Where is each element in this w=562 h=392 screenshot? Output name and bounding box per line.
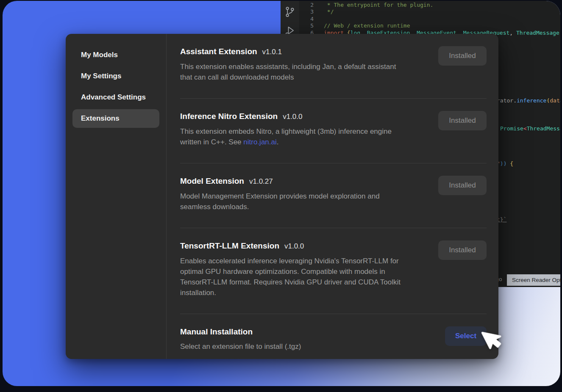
select-button[interactable]: Select — [445, 326, 487, 346]
code-token: ThreadMessage — [527, 125, 560, 132]
code-fragment: ")) { — [497, 160, 513, 167]
code-token: data — [550, 97, 560, 104]
extension-row: Assistant Extensionv1.0.1This extension … — [180, 34, 487, 99]
nitro-link[interactable]: nitro.jan.ai — [243, 138, 276, 146]
extension-title-row: Model Extensionv1.0.27 — [180, 176, 380, 187]
code-token: , — [509, 30, 516, 36]
code-token: { — [506, 160, 513, 167]
description-text: optimal GPU hardware optimizations. Comp… — [180, 268, 385, 276]
extension-version: v1.0.1 — [262, 47, 282, 58]
description-text: Enables accelerated inference leveraging… — [180, 257, 399, 265]
code-text: */ — [324, 8, 334, 15]
extension-version: v1.0.0 — [284, 241, 304, 252]
description-text: written in C++. See — [180, 138, 243, 146]
code-token: inference — [517, 97, 546, 104]
installed-button[interactable]: Installed — [438, 240, 487, 260]
extension-description: This extension enables assistants, inclu… — [180, 61, 396, 83]
code-text: * The entrypoint for the plugin. — [324, 2, 433, 8]
extension-title: Model Extension — [180, 176, 244, 187]
line-number: 4 — [299, 16, 314, 22]
description-text: . — [277, 138, 279, 146]
code-line: 5// Web / extension runtime — [299, 22, 560, 29]
code-token: )) — [500, 160, 507, 167]
extension-description: This extension embeds Nitro, a lightweig… — [180, 126, 392, 147]
extension-version: v1.0.27 — [249, 176, 273, 187]
code-token: Promise — [500, 125, 523, 132]
screen-reader-optimized-tab[interactable]: Screen Reader Optimized — [507, 274, 560, 286]
code-line: 2 * The entrypoint for the plugin. — [299, 2, 560, 8]
extension-info: TensortRT-LLM Extensionv1.0.0Enables acc… — [180, 240, 401, 298]
extension-description: Enables accelerated inference leveraging… — [180, 256, 401, 298]
description-text: that can call all downloaded models — [180, 73, 294, 81]
installed-button[interactable]: Installed — [438, 46, 487, 66]
extension-version: v1.0.0 — [283, 111, 302, 122]
code-token: ThreadMessage — [516, 30, 559, 36]
screenshot-stage: 2 * The entrypoint for the plugin.3 */45… — [0, 0, 562, 392]
extension-info: Inference Nitro Extensionv1.0.0This exte… — [180, 111, 392, 147]
extension-title: Inference Nitro Extension — [180, 111, 278, 122]
line-number: 2 — [299, 2, 314, 8]
code-line: 3 */ — [299, 8, 560, 15]
description-text: seamless downloads. — [180, 203, 249, 211]
line-number: 5 — [299, 22, 314, 29]
sidebar-item-extensions[interactable]: Extensions — [72, 109, 159, 128]
code-line: 4 — [299, 16, 560, 22]
description-text: Select an extension file to install (.tg… — [180, 342, 301, 351]
description-text: This extension enables assistants, inclu… — [180, 63, 396, 71]
extension-title-row: Assistant Extensionv1.0.1 — [180, 46, 396, 58]
code-fragment: rator.inference(data)); — [497, 97, 560, 104]
code-fragment: Promise<ThreadMessage> — [500, 125, 560, 132]
code-token: . — [513, 97, 517, 104]
code-text: // Web / extension runtime — [324, 22, 410, 29]
description-text: installation. — [180, 289, 216, 297]
extension-info: Model Extensionv1.0.27Model Management E… — [180, 176, 380, 212]
source-control-icon[interactable] — [284, 6, 296, 18]
extension-title: Assistant Extension — [180, 46, 257, 57]
code-token: */ — [324, 8, 334, 15]
extension-title: Manual Installation — [180, 326, 253, 337]
extension-title-row: Manual Installation — [180, 326, 301, 337]
description-text: TensorRT-LLM format. Requires Nvidia GPU… — [180, 278, 401, 286]
extension-row: Manual InstallationSelect an extension f… — [180, 314, 487, 359]
sidebar-item-advanced-settings[interactable]: Advanced Settings — [72, 88, 159, 107]
description-text: This extension embeds Nitro, a lightweig… — [180, 127, 392, 135]
extension-title-row: TensortRT-LLM Extensionv1.0.0 — [180, 240, 401, 252]
sidebar-item-my-models[interactable]: My Models — [72, 46, 159, 64]
installed-button[interactable]: Installed — [438, 176, 487, 195]
extensions-list: Assistant Extensionv1.0.1This extension … — [167, 34, 498, 359]
extension-row: Inference Nitro Extensionv1.0.0This exte… — [180, 99, 487, 163]
settings-sidebar: My ModelsMy SettingsAdvanced SettingsExt… — [66, 34, 167, 359]
extension-description: Select an extension file to install (.tg… — [180, 341, 301, 352]
extension-info: Manual InstallationSelect an extension f… — [180, 326, 301, 352]
code-token: * The entrypoint for the plugin. — [324, 2, 433, 8]
sidebar-item-my-settings[interactable]: My Settings — [72, 67, 159, 86]
extension-row: TensortRT-LLM Extensionv1.0.0Enables acc… — [180, 228, 487, 314]
code-token: // Web / extension runtime — [324, 22, 410, 29]
extension-row: Model Extensionv1.0.27Model Management E… — [180, 163, 487, 228]
code-token: , — [559, 30, 560, 36]
code-token: < — [523, 125, 527, 132]
extension-description: Model Management Extension provides mode… — [180, 191, 380, 212]
installed-button[interactable]: Installed — [438, 111, 487, 130]
extension-title-row: Inference Nitro Extensionv1.0.0 — [180, 111, 392, 122]
extension-info: Assistant Extensionv1.0.1This extension … — [180, 46, 396, 83]
code-token: rator — [497, 97, 513, 104]
settings-panel: My ModelsMy SettingsAdvanced SettingsExt… — [66, 34, 498, 359]
hero-background: 2 * The entrypoint for the plugin.3 */45… — [3, 1, 560, 386]
description-text: Model Management Extension provides mode… — [180, 192, 380, 200]
extension-title: TensortRT-LLM Extension — [180, 240, 279, 251]
line-number: 3 — [299, 8, 314, 15]
code-area: 2 * The entrypoint for the plugin.3 */45… — [299, 2, 560, 36]
